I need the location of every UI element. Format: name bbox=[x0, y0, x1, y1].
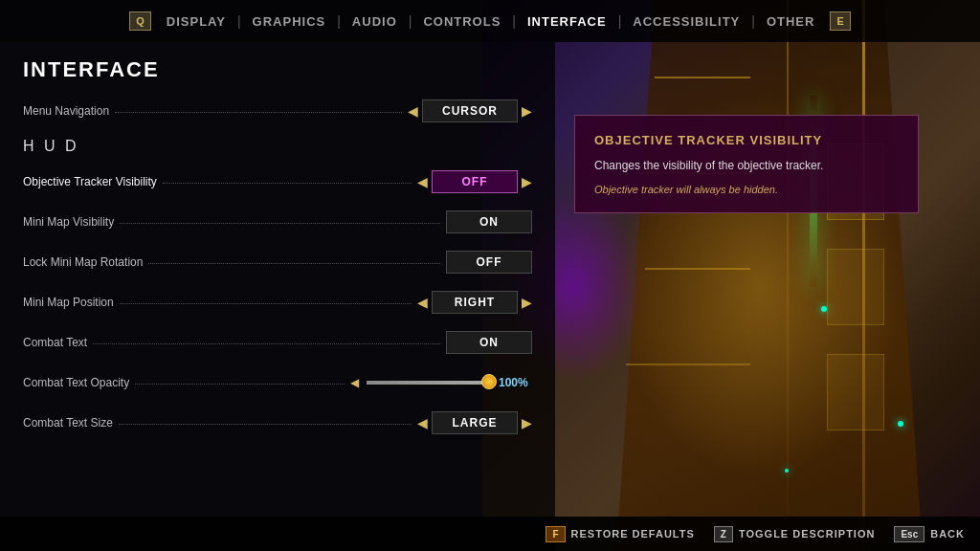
background-scene bbox=[482, 0, 980, 551]
restore-label: RESTORE DEFAULTS bbox=[571, 528, 695, 540]
combat-text-opacity-value: 100% bbox=[499, 376, 532, 389]
obj-tracker-arrow-left[interactable]: ◀ bbox=[417, 174, 428, 189]
dots-7 bbox=[135, 384, 345, 385]
mini-map-position-label: Mini Map Position bbox=[23, 296, 114, 309]
dots-2 bbox=[163, 183, 412, 184]
menu-navigation-row: Menu Navigation ◀ CURSOR ▶ bbox=[23, 98, 532, 124]
popup-note: Objective tracker will always be hidden. bbox=[594, 184, 899, 195]
restore-key: F bbox=[546, 526, 565, 542]
mini-map-visibility-label: Mini Map Visibility bbox=[23, 215, 114, 229]
mini-map-pos-arrow-right[interactable]: ▶ bbox=[522, 295, 532, 310]
objective-tracker-label: Objective Tracker Visibility bbox=[23, 175, 157, 188]
mini-map-position-toggle[interactable]: ◀ RIGHT ▶ bbox=[417, 291, 532, 314]
popup-description: Changes the visibility of the objective … bbox=[594, 157, 899, 174]
mini-map-position-row: Mini Map Position ◀ RIGHT ▶ bbox=[23, 289, 532, 316]
nav-interface[interactable]: INTERFACE bbox=[516, 14, 618, 29]
mini-map-visibility-row: Mini Map Visibility ON bbox=[23, 209, 532, 235]
nav-accessibility[interactable]: ACCESSIBILITY bbox=[621, 14, 751, 29]
combat-text-size-value: LARGE bbox=[432, 411, 518, 434]
menu-nav-arrow-left[interactable]: ◀ bbox=[408, 103, 418, 119]
mini-map-visibility-value: ON bbox=[446, 210, 532, 233]
back-label: BACK bbox=[930, 528, 965, 540]
nav-key-e[interactable]: E bbox=[830, 11, 850, 31]
combat-text-opacity-label: Combat Text Opacity bbox=[23, 376, 129, 389]
deco-dot-2 bbox=[898, 421, 903, 427]
dots-4 bbox=[148, 263, 440, 264]
mini-map-pos-arrow-left[interactable]: ◀ bbox=[417, 295, 428, 310]
objective-tracker-toggle[interactable]: ◀ OFF ▶ bbox=[417, 170, 532, 193]
nav-controls[interactable]: CONTROLS bbox=[412, 14, 512, 29]
page-title: INTERFACE bbox=[23, 57, 532, 82]
restore-defaults-action[interactable]: F RESTORE DEFAULTS bbox=[546, 526, 694, 542]
opacity-fill bbox=[367, 381, 491, 385]
dots-6 bbox=[93, 343, 440, 344]
toggle-key: Z bbox=[714, 526, 733, 542]
combat-text-size-toggle[interactable]: ◀ LARGE ▶ bbox=[417, 411, 532, 434]
hud-section-header: H U D bbox=[23, 138, 532, 155]
nav-audio[interactable]: AUDIO bbox=[341, 14, 409, 29]
obj-tracker-arrow-right[interactable]: ▶ bbox=[522, 174, 532, 189]
top-navigation: Q DISPLAY | GRAPHICS | AUDIO | CONTROLS … bbox=[0, 0, 980, 42]
nav-display[interactable]: DISPLAY bbox=[155, 14, 237, 29]
combat-text-toggle[interactable]: ON bbox=[446, 331, 532, 354]
popup-title: OBJECTIVE TRACKER VISIBILITY bbox=[594, 133, 899, 147]
combat-text-size-label: Combat Text Size bbox=[23, 416, 113, 430]
lock-mini-map-value: OFF bbox=[446, 251, 532, 274]
description-popup: OBJECTIVE TRACKER VISIBILITY Changes the… bbox=[574, 115, 919, 213]
toggle-label: TOGGLE DESCRIPTION bbox=[739, 528, 875, 540]
lock-mini-map-label: Lock Mini Map Rotation bbox=[23, 255, 143, 269]
combat-text-size-row: Combat Text Size ◀ LARGE ▶ bbox=[23, 409, 532, 436]
toggle-description-action[interactable]: Z TOGGLE DESCRIPTION bbox=[714, 526, 876, 542]
objective-tracker-value: OFF bbox=[432, 170, 518, 193]
combat-text-value: ON bbox=[446, 331, 532, 354]
dots-8 bbox=[119, 424, 412, 425]
combat-text-opacity-row: Combat Text Opacity ◀ 100% bbox=[23, 369, 532, 396]
lock-mini-map-row: Lock Mini Map Rotation OFF bbox=[23, 249, 532, 276]
menu-navigation-toggle[interactable]: ◀ CURSOR ▶ bbox=[408, 99, 532, 122]
nav-key-q[interactable]: Q bbox=[129, 11, 151, 31]
combat-size-arrow-right[interactable]: ▶ bbox=[522, 415, 532, 430]
dots-3 bbox=[120, 223, 440, 224]
objective-tracker-row: Objective Tracker Visibility ◀ OFF ▶ bbox=[23, 168, 532, 195]
menu-navigation-label: Menu Navigation bbox=[23, 104, 109, 118]
menu-nav-arrow-right[interactable]: ▶ bbox=[522, 103, 532, 119]
opacity-thumb[interactable] bbox=[481, 374, 497, 389]
opacity-track[interactable] bbox=[367, 381, 491, 385]
combat-text-opacity-slider[interactable]: ◀ 100% bbox=[350, 376, 532, 389]
nav-graphics[interactable]: GRAPHICS bbox=[241, 14, 338, 29]
settings-panel: INTERFACE Menu Navigation ◀ CURSOR ▶ H U… bbox=[0, 42, 555, 551]
nav-other[interactable]: OTHER bbox=[755, 14, 827, 29]
opacity-slider-arrow-left[interactable]: ◀ bbox=[350, 376, 359, 389]
menu-navigation-value: CURSOR bbox=[422, 99, 518, 122]
mini-map-visibility-toggle[interactable]: ON bbox=[446, 210, 532, 233]
combat-text-row: Combat Text ON bbox=[23, 329, 532, 356]
lock-mini-map-toggle[interactable]: OFF bbox=[446, 251, 532, 274]
bottom-action-bar: F RESTORE DEFAULTS Z TOGGLE DESCRIPTION … bbox=[0, 517, 980, 551]
combat-size-arrow-left[interactable]: ◀ bbox=[417, 415, 428, 430]
back-action[interactable]: Esc BACK bbox=[894, 526, 965, 542]
dots-5 bbox=[120, 303, 412, 304]
dots-1 bbox=[115, 112, 402, 113]
combat-text-label: Combat Text bbox=[23, 336, 87, 349]
back-key: Esc bbox=[894, 526, 924, 542]
mini-map-position-value: RIGHT bbox=[432, 291, 518, 314]
